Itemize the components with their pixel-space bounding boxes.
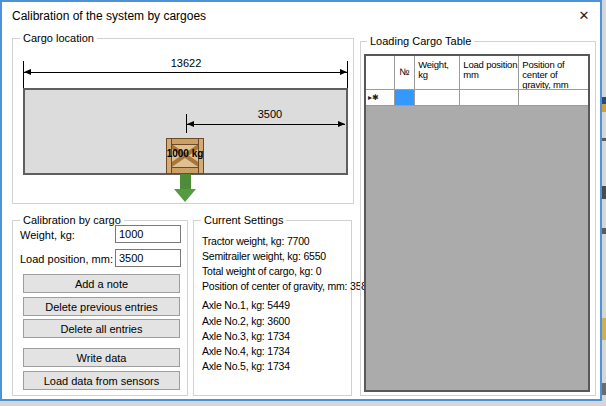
close-icon: ✕: [579, 8, 590, 23]
total-length-dim-line: [24, 72, 347, 73]
setting-total-cargo-weight: Total weight of cargo, kg: 0: [202, 265, 321, 277]
delete-all-entries-button[interactable]: Delete all entries: [23, 319, 180, 338]
total-length-dim-label: 13622: [160, 57, 212, 69]
background-window-fragment: [602, 318, 606, 340]
background-window-fragment: [602, 104, 606, 112]
column-header-load-position: Load position, mm: [460, 56, 519, 90]
delete-previous-entries-button[interactable]: Delete previous entries: [23, 297, 180, 316]
cargo-drop-arrow-icon: [174, 189, 196, 202]
window-title: Calibration of the system by cargoes: [12, 9, 206, 23]
write-data-button[interactable]: Write data: [23, 348, 180, 367]
load-position-label: Load position, mm:: [20, 253, 113, 265]
close-button[interactable]: ✕: [575, 7, 593, 25]
background-window-fragment: [602, 97, 606, 104]
setting-axle-2: Axle No.2, kg: 3600: [202, 315, 290, 327]
arrowhead-right-icon: [340, 69, 347, 75]
new-row-marker-icon[interactable]: ▸✱: [366, 90, 395, 106]
arrowhead-right-icon: [338, 121, 345, 127]
column-header-number: №: [395, 56, 416, 90]
cargo-location-group-label: Cargo location: [20, 32, 97, 44]
cell-center-of-gravity[interactable]: [519, 90, 588, 106]
calibration-group-label: Calibration by cargo: [20, 214, 124, 226]
setting-axle-1: Axle No.1, kg: 5449: [202, 299, 290, 311]
loading-cargo-table[interactable]: № Weight, kg Load position, mm Position …: [364, 54, 590, 392]
row-header-column: [366, 56, 395, 90]
column-header-weight: Weight, kg: [415, 56, 460, 90]
current-settings-group-label: Current Settings: [201, 214, 286, 226]
selected-cell-number[interactable]: [395, 90, 416, 106]
screen: Calibration of the system by cargoes ✕ C…: [0, 0, 606, 406]
title-bar: Calibration of the system by cargoes ✕: [2, 2, 600, 30]
load-position-input[interactable]: [115, 249, 181, 267]
calibration-dialog: Calibration of the system by cargoes ✕ C…: [0, 0, 602, 401]
arrowhead-left-icon: [24, 69, 31, 75]
setting-center-of-gravity: Position of center of gravity, mm: 3586: [202, 280, 373, 292]
dim-tick-right: [347, 61, 348, 88]
setting-semitrailer-weight: Semitrailer weight, kg: 6550: [202, 250, 326, 262]
add-note-button[interactable]: Add a note: [23, 274, 180, 293]
cell-load-position[interactable]: [460, 90, 519, 106]
loading-table-group-label: Loading Cargo Table: [367, 35, 474, 47]
column-header-center-of-gravity: Position of center of gravity, mm: [519, 56, 588, 90]
setting-axle-5: Axle No.5, kg: 1734: [202, 360, 290, 372]
load-data-from-sensors-button[interactable]: Load data from sensors: [23, 371, 180, 390]
cargo-weight-label: 1000 kg: [161, 148, 209, 159]
weight-input[interactable]: [115, 225, 181, 243]
table-new-row[interactable]: ▸✱: [366, 90, 588, 106]
background-window-fragment: [602, 383, 606, 395]
load-pos-dim-line: [187, 124, 345, 125]
cargo-drop-arrow-icon: [180, 174, 191, 190]
background-window-fragment: [602, 228, 606, 234]
setting-tractor-weight: Tractor weight, kg: 7700: [202, 235, 309, 247]
background-window-fragment: [602, 138, 606, 141]
setting-axle-4: Axle No.4, kg: 1734: [202, 345, 290, 357]
load-pos-dim-label: 3500: [248, 108, 292, 120]
background-window-fragment: [602, 186, 606, 199]
setting-axle-3: Axle No.3, kg: 1734: [202, 330, 290, 342]
arrowhead-left-icon: [187, 121, 194, 127]
weight-label: Weight, kg:: [20, 229, 75, 241]
cell-weight[interactable]: [415, 90, 460, 106]
table-header-row: № Weight, kg Load position, mm Position …: [366, 56, 588, 90]
